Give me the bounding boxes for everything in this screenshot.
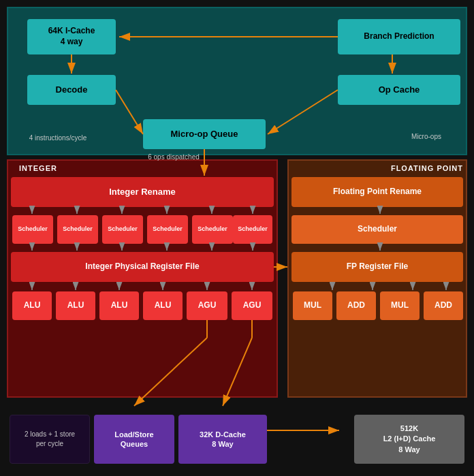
instructions-label: 4 instructions/cycle	[14, 131, 102, 144]
load-store-queues-box: Load/Store Queues	[94, 415, 174, 464]
dcache-box: 32K D-Cache 8 Way	[178, 415, 267, 464]
branch-label: Branch Prediction	[364, 31, 434, 42]
ops-dispatched-label: 6 ops dispatched	[129, 151, 218, 162]
fp-add-2: ADD	[424, 291, 463, 320]
icache-box: 64K I-Cache 4 way	[27, 19, 116, 54]
fp-section-title: FLOATING POINT	[354, 162, 463, 174]
microop-label: Micro-op Queue	[171, 129, 238, 140]
fp-mul-1: MUL	[293, 291, 332, 320]
fp-rename-box: Floating Point Rename	[291, 177, 463, 207]
int-scheduler-1: Scheduler	[12, 215, 53, 244]
fp-register-file-box: FP Register File	[291, 252, 463, 282]
int-scheduler-3: Scheduler	[102, 215, 143, 244]
branch-prediction-box: Branch Prediction	[338, 19, 460, 54]
agu-2: AGU	[232, 291, 272, 320]
l2-cache-box: 512K L2 (I+D) Cache 8 Way	[354, 415, 464, 464]
opcache-box: Op Cache	[338, 75, 460, 105]
decode-label: Decode	[56, 84, 88, 96]
microop-queue-box: Micro-op Queue	[143, 119, 266, 149]
integer-section-title: INTEGER	[11, 162, 65, 174]
icache-label: 64K I-Cache 4 way	[48, 26, 95, 47]
cpu-diagram: 64K I-Cache 4 way Branch Prediction Deco…	[7, 7, 467, 469]
int-scheduler-4: Scheduler	[147, 215, 188, 244]
alu-1: ALU	[12, 291, 52, 320]
agu-1: AGU	[187, 291, 227, 320]
alu-2: ALU	[56, 291, 95, 320]
opcache-label: Op Cache	[379, 84, 420, 96]
fp-mul-2: MUL	[380, 291, 420, 320]
microops-label: Micro-ops	[399, 131, 454, 142]
alu-3: ALU	[99, 291, 139, 320]
integer-rename-box: Integer Rename	[11, 177, 274, 207]
int-scheduler-5: Scheduler	[192, 215, 233, 244]
loads-store-label: 2 loads + 1 store per cycle	[10, 415, 90, 464]
int-scheduler-2: Scheduler	[57, 215, 98, 244]
alu-4: ALU	[143, 291, 183, 320]
int-scheduler-6: Scheduler	[233, 215, 272, 244]
fp-add-1: ADD	[336, 291, 376, 320]
int-register-file-box: Integer Physical Register File	[11, 252, 274, 282]
fp-scheduler-box: Scheduler	[291, 215, 463, 244]
decode-box: Decode	[27, 75, 116, 105]
